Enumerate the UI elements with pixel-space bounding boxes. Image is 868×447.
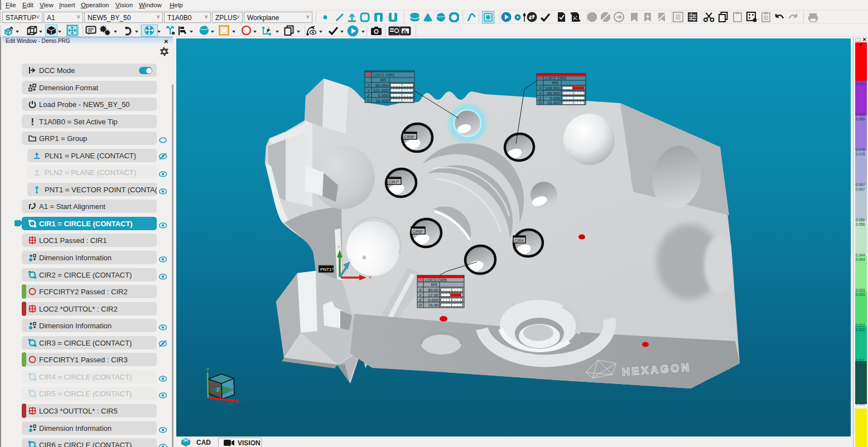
svg-text:0.000: 0.000 bbox=[428, 298, 438, 303]
svg-text:CIR7*: CIR7* bbox=[388, 179, 399, 184]
svg-text:X: X bbox=[419, 288, 422, 293]
svg-text:PNT1*: PNT1* bbox=[320, 267, 334, 272]
svg-text:CIR4: CIR4 bbox=[514, 238, 523, 243]
svg-text:88.991: 88.991 bbox=[547, 91, 560, 96]
svg-text:Z: Z bbox=[419, 298, 422, 303]
svg-text:Y: Y bbox=[206, 367, 209, 372]
svg-text:0.000: 0.000 bbox=[378, 93, 388, 98]
svg-text:16.40: 16.40 bbox=[428, 303, 438, 308]
svg-text:17.00: 17.00 bbox=[428, 293, 438, 298]
svg-text:Y: Y bbox=[337, 245, 340, 249]
svg-text:LOC1 CIR1: LOC1 CIR1 bbox=[373, 72, 395, 77]
svg-text:D: D bbox=[419, 303, 422, 308]
svg-text:X: X bbox=[235, 399, 239, 404]
svg-text:CIR8*: CIR8* bbox=[404, 134, 414, 139]
svg-text:MS: MS bbox=[552, 80, 558, 85]
svg-text:16.400: 16.400 bbox=[547, 100, 560, 105]
svg-text:X: X bbox=[367, 83, 370, 88]
svg-text:CIR6*: CIR6* bbox=[412, 229, 423, 234]
svg-text:Z: Z bbox=[367, 93, 370, 98]
svg-text:X: X bbox=[369, 275, 372, 280]
svg-text:X: X bbox=[539, 86, 542, 91]
svg-text:80.000: 80.000 bbox=[375, 83, 388, 88]
svg-text:108.991: 108.991 bbox=[545, 86, 560, 91]
svg-text:D: D bbox=[539, 100, 542, 105]
svg-text:80.00: 80.00 bbox=[428, 288, 438, 293]
svg-text:16.400: 16.400 bbox=[375, 98, 388, 103]
svg-text:MS: MS bbox=[380, 77, 387, 82]
svg-text:Y: Y bbox=[419, 293, 422, 298]
svg-text:Y: Y bbox=[367, 88, 370, 93]
svg-text:MS: MS bbox=[431, 282, 437, 287]
svg-text:D: D bbox=[367, 98, 370, 103]
svg-text:Y: Y bbox=[539, 91, 542, 96]
svg-text:Z: Z bbox=[216, 387, 220, 392]
svg-text:101.000: 101.000 bbox=[373, 88, 388, 93]
svg-text:x: x bbox=[349, 257, 351, 261]
